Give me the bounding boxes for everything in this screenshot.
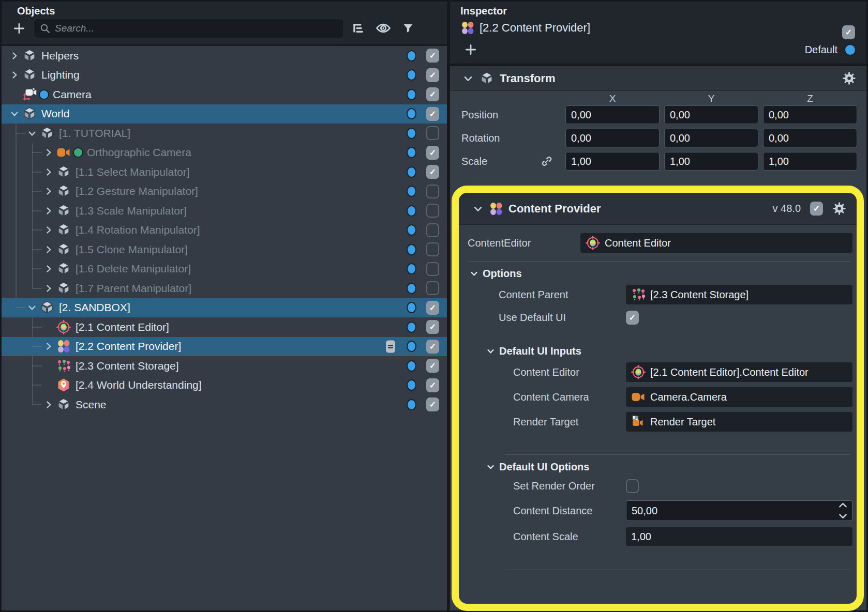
enabled-checkbox[interactable] <box>426 126 439 140</box>
enabled-checkbox[interactable]: ✓ <box>426 340 439 354</box>
tree-row-2-3-content-storage[interactable]: [2.3 Content Storage]✓ <box>2 356 447 376</box>
chevron-right-icon[interactable] <box>42 146 55 159</box>
visibility-dot[interactable] <box>407 341 416 352</box>
dui-render-target-chip[interactable]: Render Target <box>626 412 852 432</box>
tree-row-2-2-content-provider[interactable]: [2.2 Content Provider]✓ <box>2 337 447 357</box>
tree-row-1-2-gesture-manipulator[interactable]: [1.2 Gesture Manipulator] <box>2 182 447 202</box>
tree-row-lighting[interactable]: Lighting✓ <box>2 66 447 85</box>
tree-row-camera[interactable]: Camera✓ <box>2 85 447 104</box>
visibility-button[interactable] <box>373 19 394 38</box>
tree-row-2-1-content-editor[interactable]: [2.1 Content Editor]✓ <box>2 317 447 337</box>
gear-icon[interactable] <box>842 71 856 85</box>
hierarchy-view-button[interactable] <box>348 19 369 38</box>
scale-x-input[interactable] <box>565 152 660 171</box>
tree-row-world[interactable]: World✓ <box>2 104 447 124</box>
tree-row-1-7-parent-manipulator[interactable]: [1.7 Parent Manipulator] <box>2 279 447 298</box>
visibility-dot[interactable] <box>407 186 416 197</box>
visibility-dot[interactable] <box>407 224 416 236</box>
scale-y-input[interactable] <box>664 152 758 171</box>
position-z-input[interactable] <box>763 105 857 124</box>
filter-button[interactable] <box>398 19 418 38</box>
enabled-checkbox[interactable] <box>426 262 439 276</box>
enabled-checkbox[interactable] <box>426 281 439 295</box>
tree-row-1-4-rotation-manipulator[interactable]: [1.4 Rotation Manipulator] <box>2 221 447 240</box>
chevron-right-icon[interactable] <box>42 398 55 411</box>
tree-row-2-4-world-understanding[interactable]: [2.4 World Understanding]✓ <box>2 376 447 395</box>
chevron-down-icon[interactable] <box>486 463 495 471</box>
chevron-down-icon[interactable] <box>486 347 495 356</box>
entity-enabled-checkbox[interactable]: ✓ <box>842 25 855 39</box>
enabled-checkbox[interactable]: ✓ <box>426 68 439 82</box>
tree-row-1-6-delete-manipulator[interactable]: [1.6 Delete Manipulator] <box>2 259 447 279</box>
chevron-right-icon[interactable] <box>42 165 55 179</box>
chevron-up-icon[interactable] <box>839 502 847 508</box>
default-ui-options-header[interactable]: Default UI Options <box>468 461 852 473</box>
visibility-dot[interactable] <box>407 379 416 391</box>
chevron-right-icon[interactable] <box>42 204 55 218</box>
chevron-down-icon[interactable] <box>470 269 478 278</box>
chevron-right-icon[interactable] <box>42 282 55 295</box>
rotation-z-input[interactable] <box>763 129 857 147</box>
use-default-ui-checkbox[interactable]: ✓ <box>626 311 639 325</box>
content-parent-chip[interactable]: [2.3 Content Storage] <box>626 285 852 304</box>
visibility-dot[interactable] <box>407 244 416 255</box>
chevron-down-icon[interactable] <box>472 203 484 215</box>
tree-row-1-3-scale-manipulator[interactable]: [1.3 Scale Manipulator] <box>2 201 447 221</box>
visibility-dot[interactable] <box>407 128 416 139</box>
visibility-dot[interactable] <box>407 360 416 372</box>
visibility-dot[interactable] <box>407 147 416 158</box>
visibility-dot[interactable] <box>407 69 416 81</box>
visibility-dot[interactable] <box>407 263 416 274</box>
gear-icon[interactable] <box>832 202 846 216</box>
rotation-x-input[interactable] <box>565 129 660 147</box>
chevron-down-icon[interactable] <box>25 127 39 140</box>
tree-row-helpers[interactable]: Helpers✓ <box>2 46 447 66</box>
enabled-checkbox[interactable]: ✓ <box>426 320 439 334</box>
visibility-dot[interactable] <box>407 302 416 313</box>
enabled-checkbox[interactable]: ✓ <box>426 165 439 179</box>
tree-row-1-tutorial[interactable]: [1. TUTORIAL] <box>2 124 447 143</box>
content-editor-chip[interactable]: Content Editor <box>580 233 852 253</box>
dui-content-camera-chip[interactable]: Camera.Camera <box>626 387 852 407</box>
options-header[interactable]: Options <box>468 268 852 280</box>
add-object-button[interactable] <box>9 19 29 38</box>
content-scale-input[interactable] <box>626 527 852 546</box>
position-x-input[interactable] <box>565 105 660 124</box>
enabled-checkbox[interactable]: ✓ <box>426 378 439 392</box>
visibility-dot[interactable] <box>407 283 416 294</box>
visibility-dot[interactable] <box>407 399 416 410</box>
visibility-dot[interactable] <box>407 322 416 333</box>
tree-row-1-1-select-manipulator[interactable]: [1.1 Select Manipulator]✓ <box>2 162 447 182</box>
transform-header[interactable]: Transform <box>450 66 866 91</box>
enabled-checkbox[interactable]: ✓ <box>426 87 439 101</box>
content-distance-input[interactable] <box>626 500 852 521</box>
chevron-right-icon[interactable] <box>42 262 55 276</box>
dui-content-editor-chip[interactable]: [2.1 Content Editor].Content Editor <box>626 362 852 382</box>
chevron-right-icon[interactable] <box>8 49 21 63</box>
stepper-arrows[interactable] <box>837 502 848 519</box>
set-render-order-checkbox[interactable] <box>626 479 639 493</box>
chevron-down-icon[interactable] <box>839 513 847 519</box>
rotation-y-input[interactable] <box>664 129 758 147</box>
position-y-input[interactable] <box>664 105 758 124</box>
visibility-dot[interactable] <box>407 108 416 119</box>
tree-row-1-5-clone-manipulator[interactable]: [1.5 Clone Manipulator] <box>2 240 447 259</box>
chevron-right-icon[interactable] <box>42 185 55 198</box>
chevron-right-icon[interactable] <box>42 340 55 353</box>
default-state-dot[interactable] <box>844 44 856 56</box>
visibility-dot[interactable] <box>407 89 416 100</box>
add-component-button[interactable] <box>460 40 481 59</box>
chevron-right-icon[interactable] <box>8 68 21 82</box>
enabled-checkbox[interactable] <box>426 242 439 256</box>
tree-row-2-sandbox[interactable]: [2. SANDBOX]✓ <box>2 298 447 318</box>
visibility-dot[interactable] <box>407 205 416 217</box>
link-icon[interactable] <box>540 155 553 168</box>
enabled-checkbox[interactable]: ✓ <box>426 301 439 315</box>
enabled-checkbox[interactable]: ✓ <box>426 49 439 63</box>
enabled-checkbox[interactable]: ✓ <box>426 107 439 121</box>
chevron-down-icon[interactable] <box>25 301 39 314</box>
default-ui-inputs-header[interactable]: Default UI Inputs <box>468 345 852 357</box>
component-enabled-checkbox[interactable]: ✓ <box>810 202 823 216</box>
search-input[interactable] <box>55 23 338 34</box>
enabled-checkbox[interactable]: ✓ <box>426 146 439 160</box>
